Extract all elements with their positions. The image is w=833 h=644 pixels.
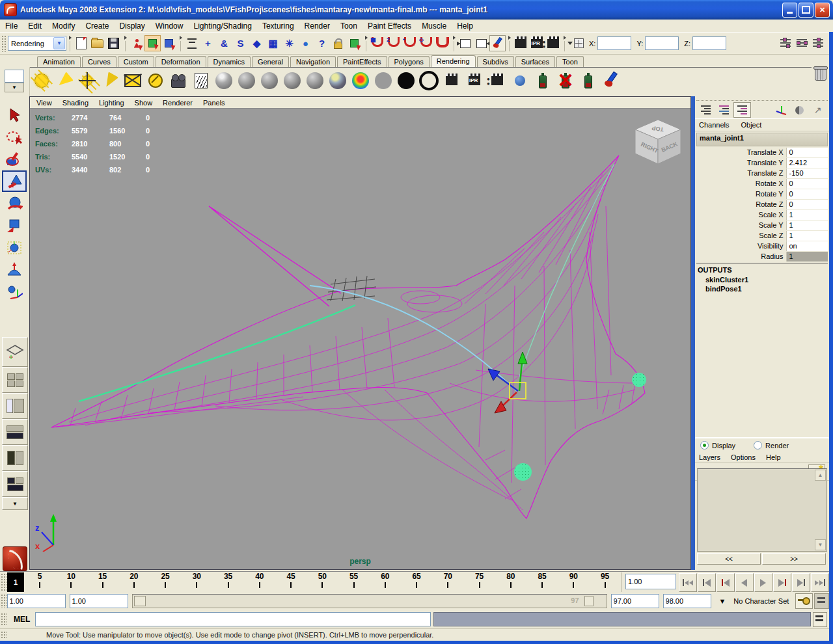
quick-select-dropdown[interactable]: ▼ (5, 83, 24, 92)
close-button[interactable]: ✕ (815, 3, 830, 18)
move-tool-button[interactable] (2, 170, 27, 192)
layout-single-persp-button[interactable] (2, 337, 28, 367)
quick-select-field[interactable] (5, 70, 24, 83)
shelf-tab-1[interactable]: Curves (82, 56, 116, 67)
channel-value-selected[interactable]: 1 (786, 252, 828, 262)
menu-item-5[interactable]: Window (156, 21, 184, 31)
minimize-button[interactable] (782, 3, 797, 18)
range-slider-track[interactable]: 97 (132, 594, 607, 608)
lasso-tool-button[interactable] (2, 126, 27, 148)
animation-preferences-button[interactable] (814, 593, 829, 609)
shelf-tab-7[interactable]: PaintEffects (337, 56, 387, 67)
panel-menu-item-3[interactable]: Show (135, 99, 153, 107)
output-node-bindpose[interactable]: bindPose1 (695, 284, 829, 293)
render-current-frame-button[interactable] (512, 35, 528, 51)
anisotropic-material-button[interactable] (213, 70, 235, 92)
snap-to-point-button[interactable]: • (402, 35, 418, 51)
selected-object-name[interactable]: manta_joint1 (696, 133, 828, 146)
shelf-tab-5[interactable]: General (252, 56, 289, 67)
channel-layout-2-button[interactable] (715, 102, 733, 118)
make-live-button[interactable] (434, 35, 450, 51)
cluster-handle[interactable] (632, 373, 646, 387)
toggle-attribute-editor-button[interactable] (778, 35, 794, 51)
menu-set-dropdown[interactable]: Rendering ▼ (8, 36, 66, 51)
playback-start-field[interactable] (7, 594, 66, 608)
menu-item-6[interactable]: Lighting/Shading (193, 21, 251, 31)
current-time-field[interactable] (625, 574, 676, 589)
ramp-shader-button[interactable] (349, 70, 372, 92)
range-slider-grip[interactable] (1, 594, 7, 608)
blinn-material-button[interactable] (236, 70, 258, 92)
channel-value[interactable]: 1 (786, 221, 828, 230)
script-editor-button[interactable] (813, 612, 827, 627)
toggle-tool-settings-button[interactable] (794, 35, 810, 51)
layer-menu-item-1[interactable]: Options (731, 453, 756, 461)
channel-value[interactable]: 0 (786, 179, 828, 189)
layout-persp-graph-button[interactable] (2, 419, 28, 445)
shelf-tab-4[interactable]: Dynamics (208, 56, 251, 67)
lock-selection-button[interactable] (330, 35, 346, 51)
create-camera-button[interactable] (167, 70, 189, 92)
open-scene-button[interactable] (89, 35, 105, 51)
coordinate-entry-mode-button[interactable] (567, 35, 584, 51)
channel-value[interactable]: 2.412 (786, 158, 828, 168)
output-node-skincluster[interactable]: skinCluster1 (695, 275, 829, 284)
command-line-mode-label[interactable]: MEL (14, 615, 30, 624)
menu-item-8[interactable]: Render (305, 21, 330, 31)
shading-group-attributes-button[interactable] (577, 70, 599, 92)
panel-menu-item-5[interactable]: Panels (203, 99, 225, 107)
hypershade-button[interactable] (509, 70, 531, 92)
3d-paint-tool-button[interactable] (600, 70, 622, 92)
render-settings-shelf-button[interactable]: ●● (486, 70, 508, 92)
layout-persp-graph-outliner-button[interactable] (2, 471, 28, 497)
section-divider[interactable] (506, 34, 512, 53)
soft-modification-button[interactable] (2, 259, 27, 280)
play-backwards-button[interactable] (735, 573, 754, 592)
section-divider[interactable] (451, 34, 456, 53)
area-light-button[interactable] (122, 70, 144, 92)
channel-layout-1-button[interactable] (697, 102, 715, 118)
shelf-tab-12[interactable]: Toon (556, 56, 584, 67)
output-connections-button[interactable] (473, 35, 489, 51)
step-forward-key-button[interactable] (773, 573, 791, 592)
manip-y-axis[interactable] (519, 362, 522, 391)
channel-layout-3-button[interactable] (733, 102, 751, 118)
z-coordinate-input[interactable] (692, 36, 726, 50)
channel-value[interactable]: on (786, 241, 828, 251)
highlight-selection-button[interactable] (346, 35, 362, 51)
ipr-render-frame-button[interactable]: IPR (463, 70, 485, 92)
section-divider[interactable] (178, 34, 183, 53)
toggle-channel-box-button[interactable] (810, 35, 826, 51)
y-coordinate-input[interactable] (645, 36, 679, 50)
channel-menu-item-0[interactable]: Channels (699, 121, 729, 129)
rotate-tool-button[interactable] (2, 193, 27, 214)
directional-light-button[interactable] (99, 70, 121, 92)
construction-history-button[interactable] (489, 35, 506, 51)
menu-item-3[interactable]: Create (85, 21, 109, 31)
layer-menu-item-2[interactable]: Help (766, 453, 781, 461)
view-cube[interactable]: TOP RIGHT BACK (632, 118, 684, 165)
scale-tool-button[interactable] (2, 215, 27, 236)
command-line-grip[interactable] (1, 613, 7, 626)
status-line-grip[interactable] (1, 35, 6, 52)
maximize-button[interactable] (799, 3, 813, 18)
range-end-handle[interactable] (584, 596, 594, 606)
use-background-button[interactable] (418, 70, 440, 92)
panel-menu-item-0[interactable]: View (36, 99, 52, 107)
manip-z-arrow[interactable] (488, 369, 500, 381)
snap-to-grid-button[interactable]: ▦ (369, 35, 385, 51)
shading-map-button[interactable] (372, 70, 394, 92)
show-manipulator-button[interactable] (2, 281, 27, 302)
layer-prev-button[interactable]: << (697, 553, 761, 565)
menu-item-9[interactable]: Toon (340, 21, 357, 31)
surface-shader-button[interactable] (395, 70, 417, 92)
go-to-end-button[interactable] (811, 573, 829, 592)
ambient-light-button[interactable] (76, 70, 98, 92)
section-divider[interactable] (562, 34, 567, 53)
channel-value[interactable]: 1 (786, 210, 828, 220)
mask-deformations-button[interactable]: ▦ (265, 35, 281, 51)
manipulator-mode-button[interactable] (772, 102, 790, 118)
layered-shader-button[interactable] (327, 70, 349, 92)
mask-surfaces-button[interactable]: ◆ (249, 35, 265, 51)
shelf-tab-11[interactable]: Surfaces (515, 56, 555, 67)
